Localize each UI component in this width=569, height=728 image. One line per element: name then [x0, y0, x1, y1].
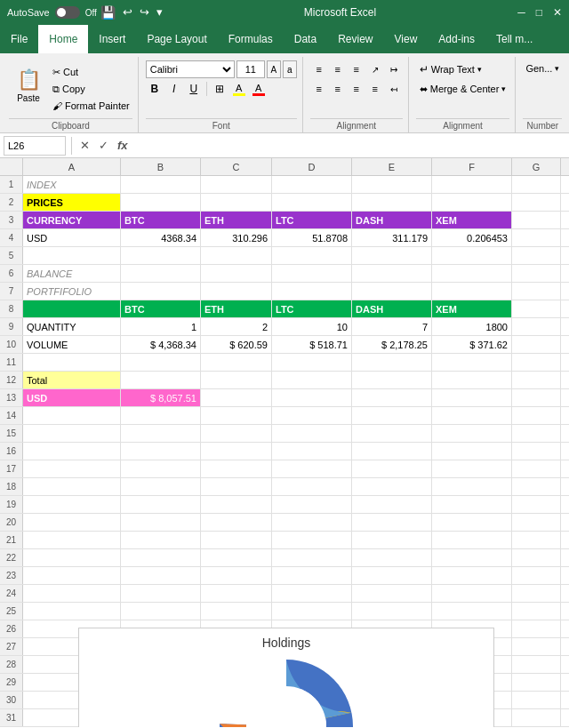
table-cell[interactable]: [201, 443, 272, 460]
table-cell[interactable]: [352, 603, 432, 620]
table-cell[interactable]: [432, 194, 512, 211]
table-cell[interactable]: [121, 283, 201, 300]
general-button[interactable]: Gen... ▾: [523, 60, 562, 76]
table-cell[interactable]: [432, 247, 512, 264]
table-cell[interactable]: [432, 407, 512, 424]
table-cell[interactable]: [201, 389, 272, 406]
table-cell[interactable]: [432, 283, 512, 300]
table-cell[interactable]: [121, 478, 201, 495]
table-cell[interactable]: PORTFIFOLIO: [23, 283, 121, 300]
table-cell[interactable]: PRICES: [23, 194, 121, 211]
table-cell[interactable]: [121, 549, 201, 566]
table-cell[interactable]: [201, 265, 272, 282]
table-cell[interactable]: [432, 460, 512, 477]
table-cell[interactable]: [432, 425, 512, 442]
table-cell[interactable]: [121, 443, 201, 460]
table-cell[interactable]: [23, 443, 121, 460]
table-cell[interactable]: [512, 407, 561, 424]
table-cell[interactable]: [512, 567, 561, 584]
table-cell[interactable]: [272, 407, 352, 424]
col-header-g[interactable]: G: [512, 158, 561, 176]
table-cell[interactable]: [272, 247, 352, 264]
table-cell[interactable]: [512, 283, 561, 300]
col-header-b[interactable]: B: [121, 158, 201, 176]
table-cell[interactable]: 310.296: [201, 229, 272, 246]
table-cell[interactable]: [201, 425, 272, 442]
table-cell[interactable]: [512, 638, 561, 655]
outdent-button[interactable]: ↤: [385, 80, 403, 98]
table-cell[interactable]: $ 518.71: [272, 336, 352, 353]
formula-input[interactable]: [134, 136, 565, 156]
table-cell[interactable]: [512, 389, 561, 406]
merge-center-button[interactable]: ⬌ Merge & Center ▾: [416, 80, 510, 98]
table-cell[interactable]: [23, 514, 121, 531]
menu-file[interactable]: File: [0, 25, 38, 53]
table-cell[interactable]: [352, 247, 432, 264]
table-cell[interactable]: [23, 407, 121, 424]
table-cell[interactable]: [352, 567, 432, 584]
table-cell[interactable]: QUANTITY: [23, 318, 121, 335]
table-cell[interactable]: [201, 354, 272, 371]
table-cell[interactable]: [512, 372, 561, 388]
confirm-formula-btn[interactable]: ✓: [96, 139, 111, 152]
table-cell[interactable]: [512, 603, 561, 620]
table-cell[interactable]: [352, 389, 432, 406]
table-cell[interactable]: [23, 549, 121, 566]
table-cell[interactable]: [512, 514, 561, 531]
table-cell[interactable]: [272, 443, 352, 460]
table-cell[interactable]: [201, 194, 272, 211]
table-cell[interactable]: $ 371.62: [432, 336, 512, 353]
table-cell[interactable]: USD: [23, 389, 121, 406]
table-cell[interactable]: [512, 549, 561, 566]
table-cell[interactable]: [432, 176, 512, 193]
align-top-button[interactable]: ≡: [310, 60, 328, 78]
table-cell[interactable]: [121, 514, 201, 531]
table-cell[interactable]: 10: [272, 318, 352, 335]
table-cell[interactable]: $ 2,178.25: [352, 336, 432, 353]
table-cell[interactable]: [352, 194, 432, 211]
table-cell[interactable]: [272, 389, 352, 406]
table-cell[interactable]: [23, 478, 121, 495]
table-cell[interactable]: [121, 194, 201, 211]
maximize-btn[interactable]: □: [536, 6, 542, 19]
table-cell[interactable]: [201, 283, 272, 300]
table-cell[interactable]: [23, 532, 121, 548]
font-name-select[interactable]: Calibri: [146, 60, 235, 78]
col-header-f[interactable]: F: [432, 158, 512, 176]
table-cell[interactable]: [272, 585, 352, 602]
table-cell[interactable]: [432, 478, 512, 495]
bold-button[interactable]: B: [146, 80, 164, 98]
table-cell[interactable]: [272, 176, 352, 193]
undo-icon[interactable]: ↩: [123, 5, 132, 20]
table-cell[interactable]: [121, 496, 201, 513]
align-left-button[interactable]: ≡: [310, 80, 328, 98]
table-cell[interactable]: [352, 176, 432, 193]
table-cell[interactable]: [121, 407, 201, 424]
table-cell[interactable]: [201, 372, 272, 388]
table-cell[interactable]: [272, 532, 352, 548]
table-cell[interactable]: [272, 372, 352, 388]
fill-color-button[interactable]: A: [230, 80, 248, 98]
table-cell[interactable]: [272, 354, 352, 371]
table-cell[interactable]: [512, 176, 561, 193]
cut-button[interactable]: ✂ Cut: [50, 64, 132, 80]
table-cell[interactable]: [512, 318, 561, 335]
copy-button[interactable]: ⧉ Copy: [50, 81, 132, 97]
table-cell[interactable]: [432, 265, 512, 282]
table-cell[interactable]: [352, 265, 432, 282]
table-cell[interactable]: [512, 532, 561, 548]
table-cell[interactable]: [512, 443, 561, 460]
table-cell[interactable]: [352, 478, 432, 495]
menu-addins[interactable]: Add-ins: [428, 25, 485, 53]
table-cell[interactable]: [121, 247, 201, 264]
menu-view[interactable]: View: [384, 25, 429, 53]
table-cell[interactable]: [432, 354, 512, 371]
menu-insert[interactable]: Insert: [88, 25, 136, 53]
table-cell[interactable]: [201, 603, 272, 620]
table-cell[interactable]: [201, 247, 272, 264]
table-cell[interactable]: [352, 514, 432, 531]
table-cell[interactable]: [23, 585, 121, 602]
table-cell[interactable]: [432, 496, 512, 513]
menu-review[interactable]: Review: [327, 25, 383, 53]
table-cell[interactable]: [201, 176, 272, 193]
